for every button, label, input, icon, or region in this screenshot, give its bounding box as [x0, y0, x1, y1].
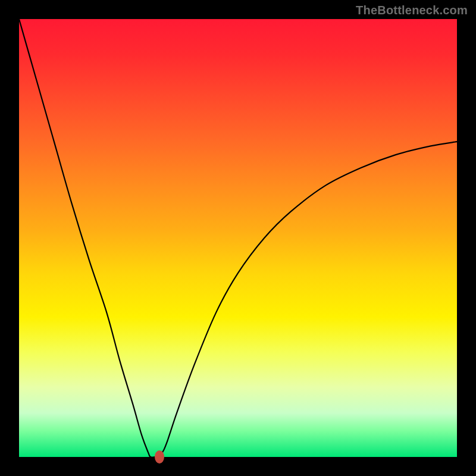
curve-path — [19, 19, 457, 457]
plot-area — [19, 19, 457, 457]
optimal-point-marker — [155, 450, 164, 464]
watermark-text: TheBottleneck.com — [356, 4, 468, 17]
chart-frame: TheBottleneck.com — [0, 0, 476, 476]
bottleneck-curve — [19, 19, 457, 457]
